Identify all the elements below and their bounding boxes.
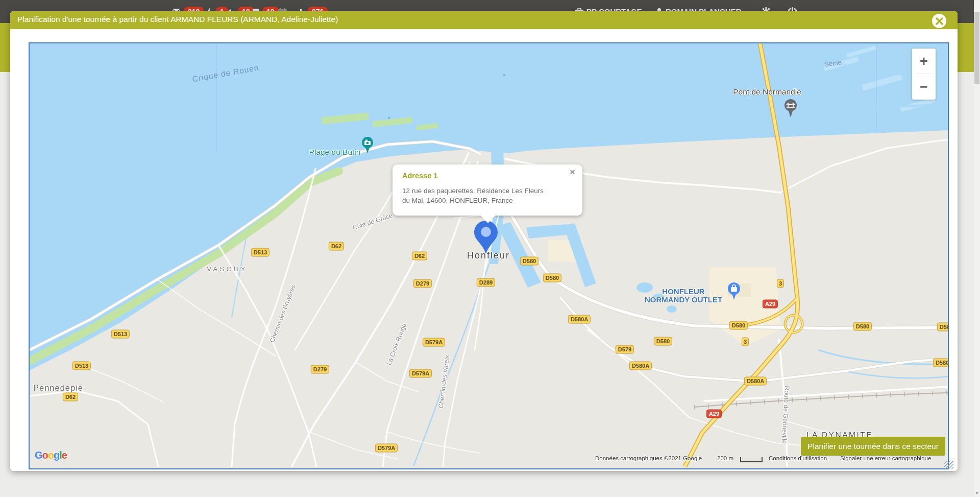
planification-modal: Planification d'une tournée à partir du … [10,11,958,471]
map-scale-bar [740,457,763,462]
place-label-plage-du-butin: Plage du Butin [309,148,361,157]
road-shield: D580A [568,315,591,324]
modal-close-button[interactable] [932,14,946,28]
place-label-outlet-line1: HONFLEUR [662,287,704,296]
place-label-outlet-line2: NORMANDY OUTLET [645,295,722,304]
info-window: Adresse 1 12 rue des paquerettes, Réside… [393,164,582,216]
road-shield: D62 [63,393,78,401]
road-shield: D580 [729,321,748,330]
report-error-link[interactable]: Signaler une erreur cartographique [840,455,931,461]
road-shield: D580 [520,257,538,266]
address-line-2: du Mal, 14600, HONFLEUR, France [402,196,544,205]
info-window-title: Adresse 1 [402,172,437,180]
road-shield: D579 [616,345,634,354]
page-scrollbar[interactable]: ▼ [974,0,980,497]
modal-header: Planification d'une tournée à partir du … [10,11,958,29]
road-shield: D580 [853,322,872,331]
scrollbar-thumb[interactable] [974,12,979,84]
map-scale-text: 200 m [717,455,733,461]
road-shield: D579A [375,444,398,453]
place-label-pennedepie: Pennedepie [33,383,83,393]
road-shield: D513 [72,362,91,370]
modal-resize-handle[interactable] [944,461,953,469]
road-shield: D579A [423,338,445,347]
road-shield: D279 [413,279,432,288]
road-shield: D513 [251,248,270,257]
road-shield: D580A [933,359,949,367]
logo-letter: g [54,449,59,461]
place-label-vasouy: VASOUY [207,265,247,273]
info-window-address: 12 rue des paquerettes, Résidence Les Fl… [402,186,544,205]
terms-link[interactable]: Conditions d'utilisation [769,455,827,461]
road-shield: 3 [777,279,784,288]
road-shield: D579A [409,369,432,378]
motorway-shield: A29 [706,410,722,418]
logo-letter: G [35,449,42,461]
close-icon [936,17,943,25]
map-zoom-control: + − [912,49,936,100]
logo-letter: o [48,449,54,461]
road-shield: D580 [654,337,672,346]
road-shield: D580A [744,377,767,386]
bridge-pin-icon[interactable] [783,99,798,118]
place-label-pont-de-normandie: Pont de Normandie [733,87,801,97]
info-window-tail [480,215,496,223]
logo-letter: e [62,449,67,461]
shopping-bag-pin-icon[interactable] [727,282,741,300]
address-marker-icon[interactable] [473,220,499,255]
road-shield: D62 [329,242,344,251]
road-shield: D279 [311,365,329,374]
zoom-in-button[interactable]: + [912,49,936,74]
modal-title: Planification d'une tournée à partir du … [17,15,338,24]
road-shield: D580A [629,362,652,370]
map-copyright: Données cartographiques ©2021 Google [595,455,702,461]
map-canvas[interactable]: Crique de Rouen Seine Plage du Butin Pon… [29,42,949,469]
zoom-out-button[interactable]: − [912,74,936,99]
logo-letter: o [42,449,48,461]
info-window-close-icon[interactable]: × [569,167,576,178]
plan-tour-button[interactable]: Planifier une tournée dans ce secteur [801,437,945,456]
road-shield: D513 [111,330,130,339]
motorway-shield: A29 [763,300,778,309]
beach-camera-pin-icon[interactable] [361,136,374,154]
road-shield: D62 [412,252,427,261]
address-line-1: 12 rue des paquerettes, Résidence Les Fl… [402,186,544,196]
road-shield: D289 [477,278,495,287]
scrollbar-down-arrow[interactable]: ▼ [974,490,980,497]
road-shield: 3 [742,338,749,346]
google-logo[interactable]: Google [35,449,67,461]
road-shield: D580 [543,274,561,282]
road-shield: D580 [937,323,949,332]
